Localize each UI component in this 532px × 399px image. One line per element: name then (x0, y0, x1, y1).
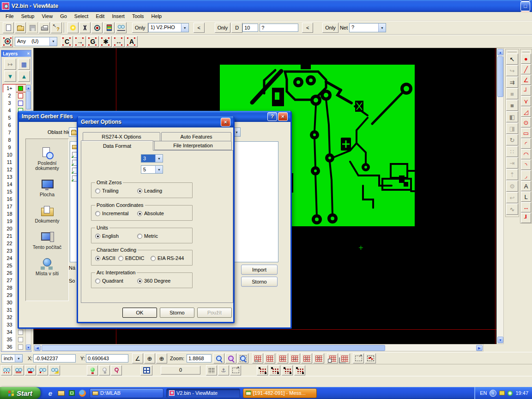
maximize-button[interactable]: □ (520, 1, 530, 11)
language-indicator[interactable]: EN (480, 390, 487, 396)
mirror-v-tool[interactable]: ◨ (506, 123, 518, 134)
tab-data-format[interactable]: Data Format (81, 140, 153, 151)
x-coordinate-field[interactable]: -0.942237 (33, 354, 76, 363)
arc-ccw-tool[interactable]: ◜ (521, 139, 531, 149)
only-net-button[interactable]: Only (322, 23, 339, 33)
layer-row[interactable]: 1+ (3, 85, 25, 92)
layer-row[interactable]: 36 (3, 343, 25, 351)
origin-button[interactable]: ⊕ (144, 353, 155, 363)
dcode-name-field[interactable]: ? (260, 24, 298, 32)
help-book-shortcut[interactable] (67, 388, 76, 398)
move-layer-up-button[interactable]: ▲ (18, 71, 30, 82)
zoom-window-button[interactable] (237, 353, 248, 363)
zoom-field[interactable]: 1.8868 (187, 354, 212, 363)
layer-row[interactable]: 3 (3, 99, 25, 107)
network-places[interactable]: Místa v síti (26, 258, 68, 276)
my-computer[interactable]: Tento počítač (26, 231, 68, 250)
layer-table-button[interactable]: ▦ (18, 59, 30, 70)
undo-tool[interactable]: ↩ (506, 192, 518, 203)
chevron-down-icon[interactable]: ▼ (378, 24, 386, 32)
horizontal-scroll-thumb[interactable] (42, 345, 385, 351)
menu-item-insert[interactable]: Insert (108, 12, 128, 20)
radio-option-eia-rs-244[interactable]: EIA RS-244 (151, 255, 184, 261)
chevron-down-icon[interactable]: ▼ (49, 37, 57, 46)
flash-point-tool[interactable]: ● (521, 54, 531, 64)
right-of-decimal-combobox[interactable]: 5 ▼ (141, 165, 163, 174)
arc-3pt-tool[interactable]: ◝ (521, 160, 531, 170)
pad-pattern-1-button[interactable] (257, 365, 268, 375)
zoom-selection-button[interactable] (225, 353, 236, 363)
desktop[interactable]: Plocha (26, 179, 68, 197)
aperture-table-button[interactable] (140, 365, 152, 375)
previous-layer-button[interactable]: < (193, 23, 205, 33)
send-layer-button[interactable]: ↦ (4, 59, 16, 70)
aperture-filter-combobox[interactable]: Any (U) ▼ (15, 37, 57, 46)
dcode-number-field[interactable]: 10 (242, 24, 258, 32)
snap-grid-button[interactable] (206, 365, 217, 375)
tools-view-button[interactable] (79, 22, 91, 33)
mirror-h-tool[interactable]: ◧ (506, 111, 518, 122)
measure-view-button[interactable] (115, 22, 127, 33)
radio-option-360-degree[interactable]: 360 Degree (137, 278, 171, 284)
menu-item-view[interactable]: View (38, 12, 56, 20)
highlight-on-button[interactable] (87, 365, 98, 375)
move-film-down-button[interactable]: ↓ (301, 353, 312, 363)
task-message[interactable]: [191-482-091] - Mess... (243, 388, 317, 398)
layers-panel-titlebar[interactable]: Layers × (1, 50, 31, 57)
scroll-left-button[interactable]: ◀ (34, 345, 41, 351)
radio-option-quadrant[interactable]: Quadrant (95, 278, 123, 284)
snap-count-field[interactable]: 0 (161, 366, 200, 375)
arc-cw-tool[interactable]: ◠ (521, 149, 531, 159)
net-combobox[interactable]: ? ▼ (349, 23, 386, 32)
scatter-tool[interactable]: ∷ (506, 146, 518, 157)
spline-tool[interactable]: ⋎ (521, 96, 531, 106)
view-draws-button[interactable] (1, 365, 12, 375)
documents[interactable]: Dokumenty (26, 205, 68, 224)
start-button[interactable]: Start (0, 387, 41, 399)
open-button[interactable] (15, 22, 26, 33)
scroll-up-button[interactable]: ▲ (26, 85, 31, 91)
layer-row[interactable]: 35 (3, 336, 25, 343)
close-button[interactable]: × (278, 112, 288, 121)
radio-option-incremental[interactable]: Incremental (95, 211, 128, 216)
dimension-tool[interactable]: ↔ (521, 202, 531, 212)
radio-option-ascii[interactable]: ASCII (95, 255, 115, 261)
layer-combobox[interactable]: 1) V2.PHO ▼ (148, 23, 189, 32)
only-dcode-button[interactable]: Only (215, 23, 231, 33)
pad-pattern-2-button[interactable] (269, 365, 280, 375)
layer-color-swatch[interactable] (18, 330, 23, 335)
only-layer-button[interactable]: Only (132, 23, 148, 33)
label-tool[interactable]: L (521, 192, 531, 202)
radio-option-leading[interactable]: Leading (137, 188, 162, 193)
fill-dark-tool[interactable]: ■ (506, 100, 518, 111)
layer-row[interactable]: 34 (3, 328, 25, 336)
highlight-off-button[interactable] (99, 365, 110, 375)
relative-origin-button[interactable]: ⊕ (156, 353, 167, 363)
snap-up-tool[interactable]: ⇡ (506, 169, 518, 180)
layer-color-swatch[interactable] (18, 337, 23, 342)
radio-option-metric[interactable]: Metric (137, 233, 158, 239)
dcode-view-button[interactable] (91, 22, 103, 33)
layer-row[interactable]: 2 (3, 92, 25, 99)
unit-combobox[interactable]: inch ▼ (1, 354, 23, 363)
menu-item-select[interactable]: Select (71, 12, 92, 20)
notes-tray-icon[interactable] (499, 391, 505, 395)
measure-angle-button[interactable]: ∠ (132, 353, 143, 363)
scroll-down-button[interactable]: ▼ (497, 337, 503, 343)
select-area-button[interactable] (353, 353, 364, 363)
layer-color-swatch[interactable] (18, 93, 23, 98)
scroll-down-button[interactable]: ▼ (26, 345, 31, 350)
snap-square-tool[interactable]: ⇥ (506, 157, 518, 169)
ok-button[interactable]: OK (122, 308, 157, 318)
dialog-titlebar[interactable]: Gerber Options × (78, 116, 233, 127)
menu-item-edit[interactable]: Edit (92, 12, 108, 20)
firefox-shortcut[interactable] (78, 388, 87, 398)
layers-scroll-thumb[interactable] (26, 91, 31, 109)
menu-item-go[interactable]: Go (56, 12, 71, 20)
help-button[interactable]: ? (267, 112, 277, 121)
grid-button[interactable] (264, 353, 275, 363)
collapse-tray-icon[interactable]: ‹ (490, 390, 496, 397)
y-coordinate-field[interactable]: 0.690643 (86, 354, 128, 363)
save-button[interactable] (27, 22, 38, 33)
copy-film-button[interactable] (327, 353, 338, 363)
